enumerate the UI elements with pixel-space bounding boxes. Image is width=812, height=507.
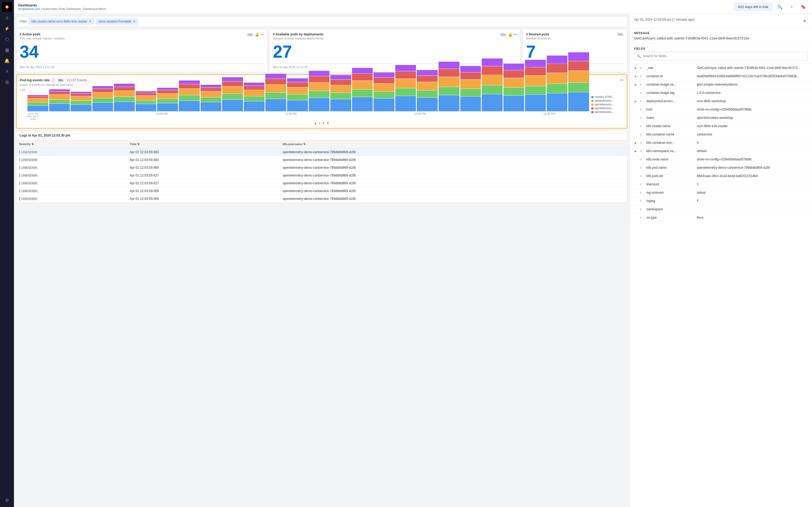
sidebar-item-dashboards[interactable]: ▦ <box>2 45 12 55</box>
bar-segment <box>547 84 568 93</box>
field-expand-icon[interactable] <box>634 191 638 194</box>
field-expand-icon[interactable]: ▶ <box>634 141 638 145</box>
chart-legend: coredns-6799f...opentelemetry-...opentel… <box>591 89 623 120</box>
field-row[interactable]: ▶ a k8s.container.rest... 0 <box>630 139 812 147</box>
field-expand-icon[interactable] <box>634 124 638 128</box>
sidebar-item-home[interactable]: ⌂ <box>2 13 12 22</box>
table-row[interactable]: UNKNOWN Apr 01 12:03:59.883 opentelemetr… <box>16 156 627 164</box>
field-row[interactable]: a namespace <box>630 205 812 214</box>
filter-tag-location[interactable]: store.location:Ferndale ✕ <box>96 18 138 24</box>
field-row[interactable]: ▶ a k8s.namespace.na... default <box>630 147 812 155</box>
field-row[interactable]: a linecount 1 <box>630 180 812 188</box>
bar-segment <box>49 104 70 111</box>
sidebar-item-settings[interactable]: ⚙ <box>2 495 12 505</box>
bar-segment <box>92 103 113 111</box>
bar-segment <box>309 71 330 76</box>
field-expand-icon[interactable] <box>634 91 638 95</box>
field-row[interactable]: a k8s.node.name show-no-config-i-026400d… <box>630 155 812 164</box>
sidebar-item-alerts[interactable]: 🔔 <box>2 56 12 65</box>
sidebar-item-search[interactable]: ⚡ <box>2 23 12 33</box>
metric-more-icon[interactable]: ••• <box>260 33 264 37</box>
breadcrumb-user[interactable]: tim@splunk.com <box>18 7 40 10</box>
field-type-icon: a <box>640 157 644 162</box>
search-button[interactable]: 🔍 <box>775 3 784 11</box>
bookmark-button[interactable]: 🔖 <box>799 3 808 11</box>
field-type-icon: a <box>640 207 644 211</box>
bar-segment <box>525 60 546 67</box>
field-expand-icon[interactable] <box>634 166 638 170</box>
field-value: linux <box>697 216 808 219</box>
field-row[interactable]: a k8s.pod.uid 88d3caac-d9c1-4ca3-beed-ba… <box>630 172 812 180</box>
field-name: host <box>646 108 695 111</box>
field-value: 88d3caac-d9c1-4ca3-beed-ba6201151464 <box>697 174 808 178</box>
chart-info-icon[interactable]: i <box>51 78 55 82</box>
col-time[interactable]: Time ⇅ <box>127 140 280 148</box>
col-severity[interactable]: Severity ⇅ <box>16 140 127 148</box>
field-expand-icon[interactable]: ▶ <box>634 74 638 78</box>
bar-segment <box>287 82 308 87</box>
chart-badge: 30s <box>57 78 65 82</box>
bar-segment <box>49 89 70 91</box>
filter-tag-location-remove[interactable]: ✕ <box>133 19 136 23</box>
field-expand-icon[interactable] <box>634 199 638 203</box>
field-row[interactable]: a logtag F <box>630 197 812 205</box>
filter-tag-cluster[interactable]: k8s.cluster.name:ocm-9b8c-k3s-cluster ✕ <box>29 18 94 24</box>
field-row[interactable]: a log.iostream stdout <box>630 188 812 197</box>
field-type-icon: a <box>640 166 644 170</box>
metric-alert-icon[interactable]: 🔔 <box>255 33 259 37</box>
table-row[interactable]: UNKNOWN Apr 01 12:03:59.627 opentelemetr… <box>16 179 627 187</box>
cell-severity: UNKNOWN <box>16 195 127 203</box>
field-row[interactable]: ▶ a deployment.enviro... ocm-9b8c-worksh… <box>630 97 812 105</box>
metric-alert-icon-2[interactable]: 🔔 <box>508 33 512 37</box>
field-expand-icon[interactable]: ▶ <box>634 82 638 87</box>
field-expand-icon[interactable] <box>634 158 638 161</box>
field-expand-icon[interactable] <box>634 116 638 120</box>
add-button[interactable]: ＋ <box>787 3 796 11</box>
metric-title-active: # Active pods <box>19 33 65 36</box>
field-row[interactable]: a container.image.tag 1.8.0-cartservice <box>630 89 812 97</box>
table-row[interactable]: UNKNOWN Apr 01 12:03:59.627 opentelemetr… <box>16 172 627 179</box>
bar-segment <box>287 100 308 111</box>
field-row[interactable]: ▶ a container.id deaf28d5fb5e328824a9689… <box>630 72 812 80</box>
sidebar-item-datasets[interactable]: ⊞ <box>2 77 12 87</box>
field-expand-icon[interactable] <box>634 207 638 211</box>
table-row[interactable]: UNKNOWN Apr 01 12:03:59.883 opentelemetr… <box>16 148 627 156</box>
field-value: 1.8.0-cartservice <box>697 91 808 95</box>
chart-next[interactable]: ▼ <box>326 121 329 125</box>
table-row[interactable]: UNKNOWN Apr 01 12:03:59.585 opentelemetr… <box>16 187 627 195</box>
bar-segment <box>439 77 459 87</box>
col-pod[interactable]: k8s.pod.name ⇅ <box>280 140 627 148</box>
field-expand-icon[interactable] <box>634 174 638 178</box>
bar-segment <box>460 72 481 79</box>
field-expand-icon[interactable]: ▶ <box>634 99 638 103</box>
field-row[interactable]: a k8s.pod.name opentelemetry-demo-cartse… <box>630 164 812 172</box>
field-row[interactable]: a k8s.container.name cartservice <box>630 130 812 139</box>
table-row[interactable]: UNKNOWN Apr 01 12:03:59.569 opentelemetr… <box>16 195 627 203</box>
metric-more-icon-2[interactable]: ••• <box>513 33 517 37</box>
sidebar-item-topology[interactable]: ⬡ <box>2 34 12 44</box>
field-row[interactable]: ▶ a _raw GetCartAsync called with userId… <box>630 64 812 72</box>
field-expand-icon[interactable]: ▶ <box>634 66 638 70</box>
table-row[interactable]: UNKNOWN Apr 01 12:03:59.869 opentelemetr… <box>16 164 627 172</box>
sidebar-item-reports[interactable]: ≡ <box>2 66 12 76</box>
detail-close-button[interactable]: ✕ <box>801 18 808 24</box>
bar-segment <box>482 85 503 94</box>
field-expand-icon[interactable] <box>634 132 638 136</box>
field-expand-icon[interactable] <box>634 216 638 219</box>
fields-search-input[interactable] <box>634 52 808 60</box>
field-expand-icon[interactable]: ▶ <box>634 149 638 153</box>
field-row[interactable]: a os.type linux <box>630 214 812 222</box>
chart-prev[interactable]: ▲ <box>314 121 317 125</box>
field-expand-icon[interactable] <box>634 108 638 111</box>
bar-segment <box>244 86 265 90</box>
field-row[interactable]: a k8s.cluster.name ocm-9b8c-k3s-cluster <box>630 122 812 130</box>
field-row[interactable]: a host show-no-config-i-026400ddaad579b8… <box>630 105 812 114</box>
field-expand-icon[interactable] <box>634 182 638 186</box>
filter-tag-cluster-remove[interactable]: ✕ <box>89 19 92 23</box>
bar-group <box>287 78 308 111</box>
field-row[interactable]: ▶ a container.image.na... ghcr.io/open-t… <box>630 80 812 89</box>
bar-segment <box>265 85 286 92</box>
chart-more-icon[interactable]: ••• <box>620 78 623 82</box>
field-row[interactable]: a index splunk4rookies-workshop <box>630 114 812 122</box>
field-type-icon: a <box>640 107 644 112</box>
